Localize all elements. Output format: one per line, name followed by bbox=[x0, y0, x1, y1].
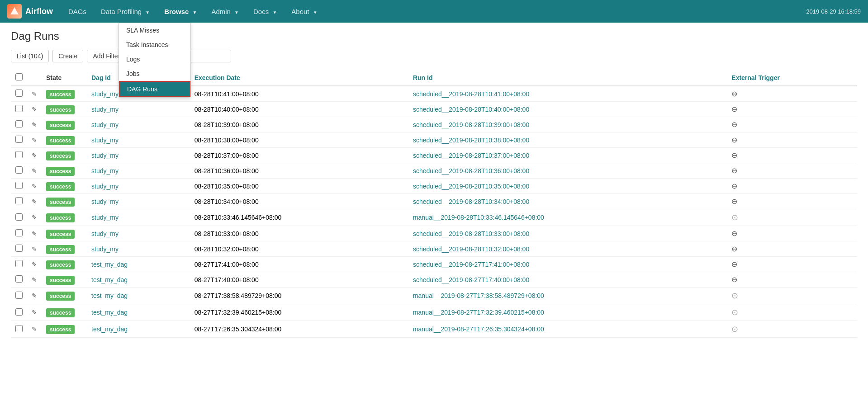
edit-icon[interactable]: ✎ bbox=[32, 183, 37, 190]
row-checkbox-cell bbox=[11, 102, 27, 117]
edit-icon[interactable]: ✎ bbox=[32, 214, 37, 221]
brand[interactable]: Airflow bbox=[7, 4, 53, 19]
dag-id-link[interactable]: study_my bbox=[91, 245, 119, 253]
run-id-link[interactable]: manual__2019-08-28T10:33:46.145646+08:00 bbox=[413, 214, 544, 221]
edit-icon[interactable]: ✎ bbox=[32, 121, 37, 128]
dropdown-task-instances[interactable]: Task Instances bbox=[119, 38, 190, 52]
dag-id-link[interactable]: test_my_dag bbox=[91, 276, 128, 283]
row-checkbox[interactable] bbox=[15, 182, 23, 189]
edit-icon[interactable]: ✎ bbox=[32, 245, 37, 253]
nav-data-profiling[interactable]: Data Profiling ▼ bbox=[95, 4, 156, 19]
edit-icon[interactable]: ✎ bbox=[32, 325, 37, 333]
nav-admin[interactable]: Admin ▼ bbox=[205, 4, 245, 19]
row-checkbox[interactable] bbox=[15, 260, 23, 267]
row-run-id-cell: scheduled__2019-08-28T10:37:00+08:00 bbox=[408, 148, 727, 163]
edit-icon[interactable]: ✎ bbox=[32, 152, 37, 159]
dag-id-link[interactable]: study_my bbox=[91, 152, 119, 159]
run-id-link[interactable]: scheduled__2019-08-28T10:36:00+08:00 bbox=[413, 167, 529, 174]
dag-id-link[interactable]: test_my_dag bbox=[91, 325, 128, 333]
row-external-trigger-cell: ⊖ bbox=[727, 241, 857, 257]
run-id-link[interactable]: manual__2019-08-27T17:32:39.460215+08:00 bbox=[413, 309, 544, 316]
row-checkbox[interactable] bbox=[15, 308, 23, 316]
row-dag-id-cell: test_my_dag bbox=[87, 288, 190, 304]
dropdown-dag-runs[interactable]: DAG Runs bbox=[119, 81, 190, 97]
edit-icon[interactable]: ✎ bbox=[32, 276, 37, 283]
row-checkbox[interactable] bbox=[15, 292, 23, 299]
table-row: ✎successtest_my_dag08-27T17:26:35.304324… bbox=[11, 321, 857, 338]
dag-id-link[interactable]: study_my bbox=[91, 121, 119, 128]
status-badge: success bbox=[46, 276, 75, 285]
row-checkbox[interactable] bbox=[15, 229, 23, 236]
dropdown-logs[interactable]: Logs bbox=[119, 52, 190, 66]
dag-id-link[interactable]: study_my bbox=[91, 183, 119, 190]
dag-id-link[interactable]: test_my_dag bbox=[91, 261, 128, 268]
dag-id-link[interactable]: test_my_dag bbox=[91, 292, 128, 299]
row-checkbox[interactable] bbox=[15, 197, 23, 204]
edit-icon[interactable]: ✎ bbox=[32, 106, 37, 113]
dropdown-sla-misses[interactable]: SLA Misses bbox=[119, 23, 190, 38]
run-id-link[interactable]: manual__2019-08-27T17:38:58.489729+08:00 bbox=[413, 292, 544, 299]
row-external-trigger-cell: ⊙ bbox=[727, 209, 857, 226]
row-run-id-cell: manual__2019-08-27T17:32:39.460215+08:00 bbox=[408, 304, 727, 321]
minus-circle-icon: ⊖ bbox=[731, 90, 737, 98]
row-checkbox[interactable] bbox=[15, 245, 23, 252]
select-all-checkbox[interactable] bbox=[15, 73, 23, 80]
nav-about[interactable]: About ▼ bbox=[285, 4, 323, 19]
run-id-link[interactable]: scheduled__2019-08-28T10:38:00+08:00 bbox=[413, 137, 529, 144]
row-checkbox[interactable] bbox=[15, 151, 23, 158]
create-button[interactable]: Create bbox=[52, 50, 83, 62]
run-id-link[interactable]: scheduled__2019-08-27T17:40:00+08:00 bbox=[413, 276, 529, 283]
nav-docs[interactable]: Docs ▼ bbox=[247, 4, 283, 19]
dag-id-link[interactable]: study_my bbox=[91, 90, 119, 98]
run-id-link[interactable]: scheduled__2019-08-28T10:41:00+08:00 bbox=[413, 90, 529, 98]
edit-icon[interactable]: ✎ bbox=[32, 230, 37, 237]
row-dag-id-cell: study_my bbox=[87, 226, 190, 241]
row-checkbox[interactable] bbox=[15, 275, 23, 283]
dag-id-link[interactable]: study_my bbox=[91, 230, 119, 237]
row-edit-cell: ✎ bbox=[27, 132, 42, 148]
edit-icon[interactable]: ✎ bbox=[32, 90, 37, 98]
dag-id-link[interactable]: study_my bbox=[91, 137, 119, 144]
dag-id-link[interactable]: study_my bbox=[91, 214, 119, 221]
dag-id-link[interactable]: test_my_dag bbox=[91, 309, 128, 316]
edit-icon[interactable]: ✎ bbox=[32, 198, 37, 205]
run-id-link[interactable]: scheduled__2019-08-28T10:37:00+08:00 bbox=[413, 152, 529, 159]
run-id-link[interactable]: scheduled__2019-08-28T10:39:00+08:00 bbox=[413, 121, 529, 128]
edit-icon[interactable]: ✎ bbox=[32, 137, 37, 144]
target-icon: ⊙ bbox=[731, 291, 738, 300]
row-external-trigger-cell: ⊖ bbox=[727, 102, 857, 117]
row-checkbox[interactable] bbox=[15, 105, 23, 112]
status-badge: success bbox=[46, 136, 75, 145]
run-id-link[interactable]: scheduled__2019-08-28T10:40:00+08:00 bbox=[413, 106, 529, 113]
nav-dags[interactable]: DAGs bbox=[62, 4, 93, 19]
status-badge: success bbox=[46, 151, 75, 160]
edit-icon[interactable]: ✎ bbox=[32, 292, 37, 299]
edit-icon[interactable]: ✎ bbox=[32, 167, 37, 174]
col-header-external-trigger[interactable]: External Trigger bbox=[727, 70, 857, 86]
col-header-run-id[interactable]: Run Id bbox=[408, 70, 727, 86]
run-id-link[interactable]: scheduled__2019-08-28T10:35:00+08:00 bbox=[413, 183, 529, 190]
col-header-execution-date[interactable]: Execution Date bbox=[190, 70, 408, 86]
edit-icon[interactable]: ✎ bbox=[32, 261, 37, 268]
row-checkbox[interactable] bbox=[15, 166, 23, 174]
row-checkbox[interactable] bbox=[15, 90, 23, 97]
run-id-link[interactable]: scheduled__2019-08-27T17:41:00+08:00 bbox=[413, 261, 529, 268]
row-run-id-cell: manual__2019-08-28T10:33:46.145646+08:00 bbox=[408, 209, 727, 226]
dag-id-link[interactable]: study_my bbox=[91, 106, 119, 113]
run-id-link[interactable]: scheduled__2019-08-28T10:32:00+08:00 bbox=[413, 245, 529, 253]
minus-circle-icon: ⊖ bbox=[731, 136, 737, 144]
row-checkbox[interactable] bbox=[15, 120, 23, 127]
edit-icon[interactable]: ✎ bbox=[32, 309, 37, 316]
row-checkbox[interactable] bbox=[15, 213, 23, 221]
run-id-link[interactable]: scheduled__2019-08-28T10:33:00+08:00 bbox=[413, 230, 529, 237]
dag-id-link[interactable]: study_my bbox=[91, 198, 119, 205]
row-checkbox[interactable] bbox=[15, 136, 23, 143]
run-id-link[interactable]: scheduled__2019-08-28T10:34:00+08:00 bbox=[413, 198, 529, 205]
dropdown-jobs[interactable]: Jobs bbox=[119, 66, 190, 81]
dag-id-link[interactable]: study_my bbox=[91, 167, 119, 174]
row-checkbox[interactable] bbox=[15, 325, 23, 332]
row-external-trigger-cell: ⊖ bbox=[727, 226, 857, 241]
run-id-link[interactable]: manual__2019-08-27T17:26:35.304324+08:00 bbox=[413, 325, 544, 333]
nav-browse[interactable]: Browse ▼ bbox=[158, 4, 203, 19]
list-button[interactable]: List (104) bbox=[11, 50, 49, 62]
